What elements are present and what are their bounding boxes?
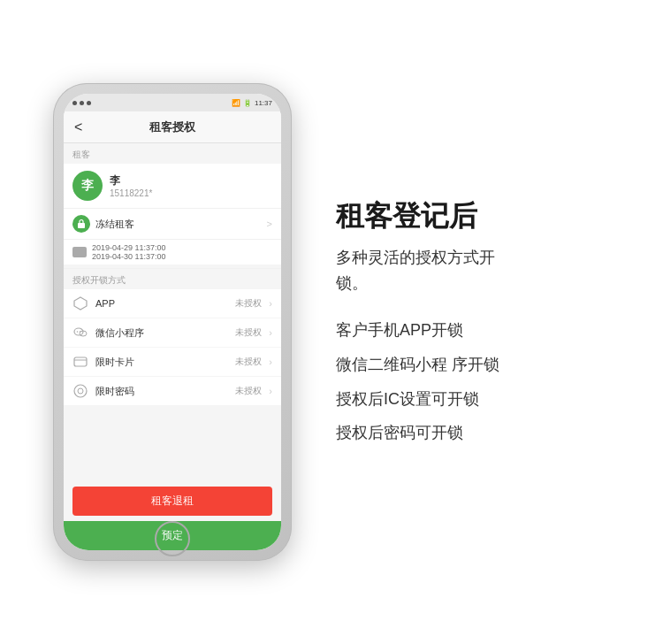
main-container: 📶 🔋 11:37 < 租客授权 租客 李 (0, 0, 663, 644)
back-button[interactable]: < (74, 119, 82, 135)
tenant-name: 李 (110, 173, 152, 188)
auth-row-wechat[interactable]: 微信小程序 未授权 › (64, 318, 281, 348)
app-icon (72, 295, 88, 311)
svg-rect-0 (78, 223, 85, 228)
dot2 (80, 101, 84, 105)
tenant-info: 李 15118221* (110, 173, 152, 198)
lock-svg (76, 218, 87, 229)
freeze-arrow: > (267, 218, 272, 229)
feature-item-4: 授权后密码可开锁 (336, 420, 628, 446)
auth-app-status: 未授权 (235, 297, 262, 310)
wechat-icon (72, 325, 88, 341)
auth-app-name: APP (95, 298, 228, 309)
feature-item-2: 微信二维码小程 序开锁 (336, 352, 628, 378)
page-title: 租客授权 (149, 119, 195, 135)
dot3 (87, 101, 91, 105)
status-left (72, 101, 91, 105)
auth-app-arrow: › (269, 298, 272, 309)
app-content: 租客 李 李 15118221* (64, 143, 281, 550)
feature-list: 客户手机APP开锁 微信二维码小程 序开锁 授权后IC设置可开锁 授权后密码可开… (336, 318, 628, 446)
tenant-phone: 15118221* (110, 188, 152, 198)
svg-point-7 (74, 385, 87, 397)
feature-item-1: 客户手机APP开锁 (336, 318, 628, 343)
tenant-avatar: 李 (72, 171, 103, 201)
auth-wechat-status: 未授权 (235, 326, 262, 339)
subtitle: 多种灵活的授权方式开锁。 (336, 245, 628, 296)
svg-point-2 (77, 331, 79, 333)
auth-card-arrow: › (269, 356, 272, 367)
signal-icon: 📶 (232, 99, 240, 107)
date-texts: 2019-04-29 11:37:00 2019-04-30 11:37:00 (92, 243, 166, 261)
card-icon (72, 354, 88, 370)
auth-wechat-name: 微信小程序 (95, 326, 228, 340)
auth-wechat-arrow: › (269, 327, 272, 338)
phone-wrapper: 📶 🔋 11:37 < 租客授权 租客 李 (35, 83, 309, 561)
auth-row-password[interactable]: 限时密码 未授权 › (64, 377, 281, 406)
phone-mockup: 📶 🔋 11:37 < 租客授权 租客 李 (53, 83, 292, 561)
auth-password-status: 未授权 (235, 385, 262, 397)
date-end: 2019-04-30 11:37:00 (92, 252, 166, 261)
auth-row-card[interactable]: 限时卡片 未授权 › (64, 348, 281, 377)
freeze-row[interactable]: 冻结租客 > (64, 209, 281, 240)
time-display: 11:37 (255, 99, 272, 107)
freeze-text: 冻结租客 (95, 218, 262, 231)
feature-item-3: 授权后IC设置可开锁 (336, 387, 628, 412)
phone-screen: 📶 🔋 11:37 < 租客授权 租客 李 (64, 94, 281, 550)
svg-point-1 (74, 328, 83, 335)
tenant-card: 李 李 15118221* (64, 164, 281, 209)
status-bar: 📶 🔋 11:37 (64, 94, 281, 111)
auth-card-name: 限时卡片 (95, 356, 228, 369)
svg-point-8 (78, 388, 83, 394)
password-icon (72, 383, 88, 399)
checkout-button[interactable]: 租客退租 (72, 487, 272, 516)
auth-password-arrow: › (269, 386, 272, 396)
battery-icon: 🔋 (243, 99, 252, 107)
date-row: 2019-04-29 11:37:00 2019-04-30 11:37:00 (64, 240, 281, 264)
tenant-section-label: 租客 (64, 143, 281, 164)
date-icon (72, 247, 87, 257)
right-content: 租客登记后 多种灵活的授权方式开锁。 客户手机APP开锁 微信二维码小程 序开锁… (309, 198, 628, 446)
auth-row-app[interactable]: APP 未授权 › (64, 289, 281, 318)
date-start: 2019-04-29 11:37:00 (92, 243, 166, 252)
auth-card-status: 未授权 (235, 356, 262, 368)
main-title: 租客登记后 (336, 198, 628, 235)
home-button[interactable] (155, 521, 190, 556)
freeze-icon (72, 215, 90, 233)
svg-rect-5 (74, 357, 87, 366)
auth-password-name: 限时密码 (95, 385, 228, 398)
dot1 (72, 101, 77, 105)
app-header: < 租客授权 (64, 111, 281, 143)
status-right: 📶 🔋 11:37 (232, 99, 272, 107)
auth-section-label: 授权开锁方式 (64, 268, 281, 289)
